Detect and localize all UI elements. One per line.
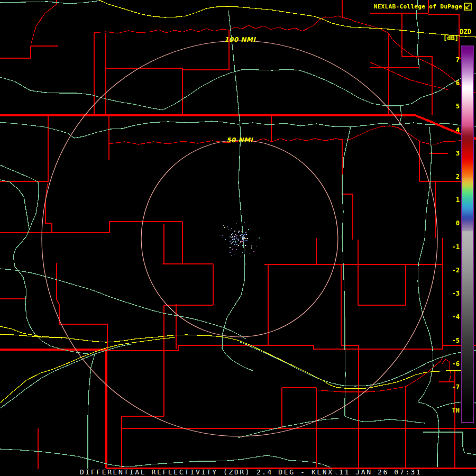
cursor-icon[interactable] [463,2,473,12]
colorbar-tick-label: 5 [456,102,460,111]
colorbar-tick-label: -1 [452,243,460,251]
colorbar-tick-label: 3 [456,149,460,158]
radar-map [0,0,476,476]
colorbar-tick-label: -7 [452,383,460,391]
colorbar-bottom-label: TH [452,407,460,414]
colorbar-tick-label: 1 [456,196,460,204]
colorbar-tick-label: -2 [452,266,460,274]
brand-text: NEXLAB-College of DuPage [374,3,462,10]
colorbar-tick-label: -5 [452,336,460,345]
radar-viewer: NEXLAB-College of DuPage DZD [dB] 100 NM… [0,0,476,476]
range-ring-label-100nmi: 100 NMI [224,36,255,43]
status-bar: DIFFERENTIAL REFLECTIVITY (ZDR) 2.4 DEG … [80,468,422,476]
units-label: [dB] [443,34,459,42]
colorbar-tick-label: 2 [456,172,460,181]
colorbar-tick-label: -3 [452,289,460,298]
colorbar [461,45,474,423]
range-ring-label-50nmi: 50 NMI [226,136,253,144]
colorbar-tick-label: -4 [452,313,460,321]
colorbar-tick-label: 6 [456,79,460,87]
colorbar-tick-label: -6 [452,360,460,368]
colorbar-tick-label: 7 [456,56,460,64]
colorbar-tick-label: 0 [456,219,460,227]
product-id-label: DZD [460,28,471,35]
colorbar-gradient [462,47,473,422]
colorbar-tick-label: 4 [456,126,460,134]
